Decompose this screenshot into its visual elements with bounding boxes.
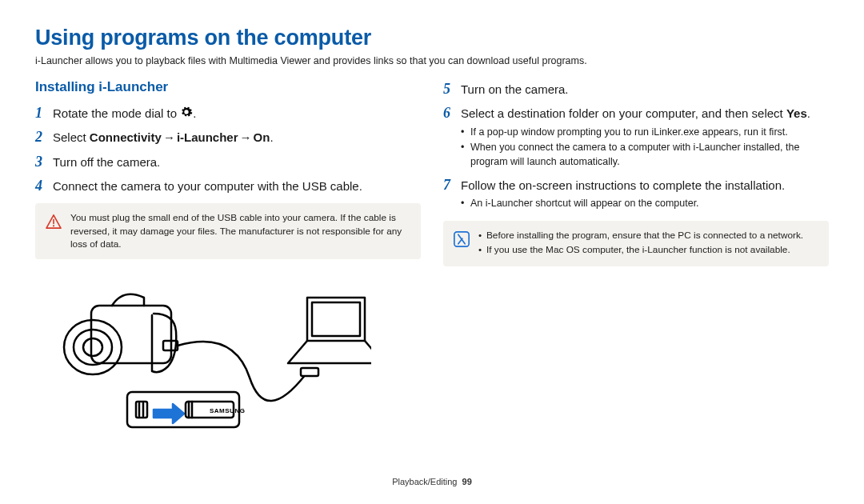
text: . (807, 106, 810, 120)
warning-text: You must plug the small end of the USB c… (70, 211, 411, 251)
step-body: Turn off the camera. (53, 154, 421, 170)
step-5: 5 Turn on the camera. (443, 79, 829, 98)
bold-text: On (254, 130, 270, 144)
bold-text: Connectivity (90, 130, 162, 144)
svg-point-1 (53, 225, 54, 226)
usb-connection-illustration: SAMSUNG (35, 274, 371, 434)
step-body: Connect the camera to your computer with… (53, 178, 421, 194)
step-number: 5 (443, 79, 461, 98)
svg-text:SAMSUNG: SAMSUNG (210, 407, 245, 414)
sub-bullets: If a pop-up window prompting you to run … (461, 126, 829, 170)
step-number: 3 (35, 152, 53, 171)
step-3: 3 Turn off the camera. (35, 152, 421, 171)
info-text: Before installing the program, ensure th… (478, 229, 819, 258)
step-number: 7 (443, 175, 461, 194)
arrow-icon: → (162, 130, 177, 144)
step-number: 6 (443, 103, 461, 122)
sub-bullet: If a pop-up window prompting you to run … (461, 126, 829, 140)
info-callout: Before installing the program, ensure th… (443, 221, 829, 266)
text: . (193, 106, 196, 120)
page-number: 99 (462, 477, 472, 486)
step-4: 4 Connect the camera to your computer wi… (35, 176, 421, 195)
text: Select (53, 130, 90, 144)
text: Follow the on-screen instructions to com… (461, 178, 785, 192)
step-body: Turn on the camera. (461, 82, 829, 98)
warning-callout: You must plug the small end of the USB c… (35, 203, 421, 259)
step-body: Rotate the mode dial to . (53, 106, 421, 122)
footer-section-label: Playback/Editing (392, 477, 457, 486)
step-number: 4 (35, 176, 53, 195)
text: . (270, 130, 273, 144)
steps-right: 5 Turn on the camera. 6 Select a destina… (443, 79, 829, 213)
info-bullet: If you use the Mac OS computer, the i-La… (478, 243, 819, 257)
svg-point-5 (83, 338, 102, 356)
bold-text: i-Launcher (177, 130, 238, 144)
svg-rect-8 (312, 302, 360, 336)
sub-bullet: When you connect the camera to a compute… (461, 141, 829, 169)
step-2: 2 Select Connectivity→i-Launcher→On. (35, 127, 421, 146)
step-1: 1 Rotate the mode dial to . (35, 103, 421, 122)
step-7: 7 Follow the on-screen instructions to c… (443, 175, 829, 213)
warning-icon (45, 213, 62, 230)
page-footer: Playback/Editing 99 (0, 477, 864, 486)
sub-bullet: An i-Launcher shortcut will appear on th… (461, 197, 829, 211)
step-number: 2 (35, 127, 53, 146)
left-column: Installing i-Launcher 1 Rotate the mode … (35, 79, 421, 437)
gear-icon (180, 106, 193, 122)
text: Rotate the mode dial to (53, 106, 180, 120)
page-title: Using programs on the computer (35, 26, 829, 50)
svg-rect-7 (301, 368, 318, 376)
bold-text: Yes (786, 106, 807, 120)
intro-text: i-Launcher allows you to playback files … (35, 55, 829, 66)
steps-left: 1 Rotate the mode dial to . 2 Select Con… (35, 103, 421, 195)
step-body: Select a destination folder on your comp… (461, 106, 829, 170)
info-icon (453, 230, 470, 248)
arrow-icon: → (238, 130, 254, 144)
step-6: 6 Select a destination folder on your co… (443, 103, 829, 170)
step-number: 1 (35, 103, 53, 122)
section-title: Installing i-Launcher (35, 79, 421, 95)
text: Select a destination folder on your comp… (461, 106, 786, 120)
step-body: Follow the on-screen instructions to com… (461, 178, 829, 213)
svg-rect-10 (136, 402, 147, 418)
step-body: Select Connectivity→i-Launcher→On. (53, 130, 421, 146)
info-bullet: Before installing the program, ensure th… (478, 229, 819, 242)
two-column-layout: Installing i-Launcher 1 Rotate the mode … (35, 79, 829, 437)
sub-bullets: An i-Launcher shortcut will appear on th… (461, 197, 829, 211)
right-column: 5 Turn on the camera. 6 Select a destina… (443, 79, 829, 437)
